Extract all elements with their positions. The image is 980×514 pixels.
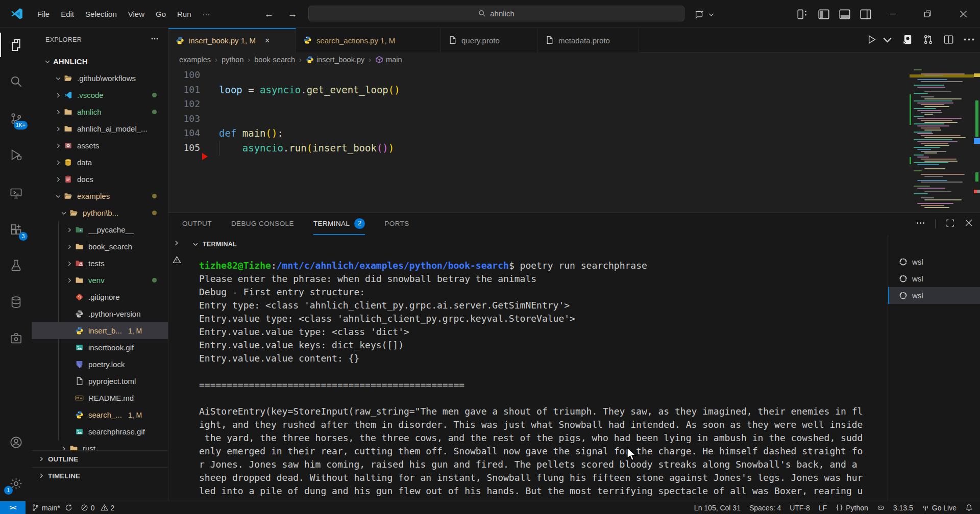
menu-item-view[interactable]: View <box>122 10 150 18</box>
close-panel-icon[interactable] <box>965 219 973 229</box>
forward-arrow-icon[interactable]: → <box>285 7 300 21</box>
chevron-right-icon[interactable] <box>55 175 64 184</box>
chevron-right-icon[interactable] <box>55 142 64 150</box>
pull-request-icon[interactable] <box>922 34 934 47</box>
editor-tab-metadata-proto[interactable]: metadata.proto <box>538 28 639 53</box>
tree-item-docs[interactable]: docs <box>32 171 168 188</box>
terminal-session-wsl[interactable]: wsl <box>888 287 980 304</box>
status-indentation[interactable]: Spaces: 4 <box>749 504 781 512</box>
terminal-session-wsl[interactable]: wsl <box>888 270 980 287</box>
tree-item--pycache-[interactable]: __pycache__ <box>32 221 168 238</box>
restore-button[interactable] <box>916 0 939 28</box>
status-copilot[interactable] <box>877 504 885 511</box>
tree-item--vscode[interactable]: .vscode <box>32 87 168 104</box>
tree-item-tests[interactable]: tests <box>32 255 168 272</box>
status-cursor-position[interactable]: Ln 105, Col 31 <box>694 504 741 512</box>
status-encoding[interactable]: UTF-8 <box>790 504 810 512</box>
menu-item-run[interactable]: Run <box>172 10 197 18</box>
editor-tab-query-proto[interactable]: query.proto <box>441 28 538 53</box>
chevron-right-icon[interactable] <box>66 226 75 234</box>
code-editor[interactable]: 100101loop = asyncio.get_event_loop()102… <box>168 66 980 212</box>
activity-run-debug-icon[interactable] <box>0 142 32 167</box>
chevron-right-icon[interactable] <box>55 91 64 99</box>
menu-item-edit[interactable]: Edit <box>55 10 80 18</box>
sidebar-more-actions-icon[interactable] <box>151 35 159 45</box>
status-eol[interactable]: LF <box>819 504 827 512</box>
outline-section[interactable]: OUTLINE <box>32 450 168 467</box>
status-go-live[interactable]: Go Live <box>922 504 957 512</box>
tree-item-assets[interactable]: assets <box>32 137 168 154</box>
toggle-panel-icon[interactable] <box>838 8 851 21</box>
menu-item-go[interactable]: Go <box>150 10 172 18</box>
chevron-right-icon[interactable] <box>55 108 64 116</box>
chevron-right-icon[interactable] <box>55 125 64 133</box>
tree-item-venv[interactable]: venv <box>32 272 168 289</box>
chevron-down-icon[interactable] <box>55 74 64 83</box>
tree-item-search-[interactable]: search_...1, M <box>32 406 168 423</box>
panel-tab-output[interactable]: OUTPUT <box>182 213 212 235</box>
copilot-icon[interactable] <box>693 8 706 21</box>
split-editor-icon[interactable] <box>943 34 954 47</box>
back-arrow-icon[interactable]: ← <box>262 7 276 21</box>
tree-item-data[interactable]: data <box>32 154 168 171</box>
run-button[interactable] <box>866 34 877 47</box>
activity-database-icon[interactable] <box>0 290 32 314</box>
status-notifications[interactable] <box>965 504 973 511</box>
terminal-session-wsl[interactable]: wsl <box>888 253 980 270</box>
breadcrumb-book-search[interactable]: book-search <box>254 56 295 64</box>
more-actions-icon[interactable] <box>963 34 975 47</box>
menu-item-file[interactable]: File <box>32 10 55 18</box>
chevron-down-icon[interactable] <box>44 58 53 66</box>
panel-tab-ports[interactable]: PORTS <box>384 213 409 235</box>
chevron-right-icon[interactable] <box>55 159 64 167</box>
menu-item-selection[interactable]: Selection <box>80 10 122 18</box>
tree-item-readme-md[interactable]: README.md <box>32 390 168 406</box>
activity-remote-explorer-icon[interactable] <box>0 181 32 205</box>
toggle-secondary-sidebar-icon[interactable] <box>859 8 872 21</box>
tree-item--github-workflows[interactable]: .github\workflows <box>32 70 168 87</box>
breadcrumb-examples[interactable]: examples <box>179 56 211 64</box>
close-button[interactable] <box>951 0 975 28</box>
problems-status[interactable]: 0 2 <box>81 504 115 512</box>
activity-testing-icon[interactable] <box>0 253 32 277</box>
tree-item-insertbook-gif[interactable]: insertbook.gif <box>32 339 168 356</box>
remote-indicator[interactable]: >< <box>0 501 26 514</box>
toggle-sidebar-icon[interactable] <box>817 8 830 21</box>
tree-item--gitignore[interactable]: .gitignore <box>32 289 168 305</box>
terminal-nav-chevron-icon[interactable] <box>173 239 180 249</box>
customize-layout-icon[interactable] <box>796 8 810 21</box>
run-python-file-icon[interactable] <box>902 34 914 47</box>
activity-settings-gear-icon[interactable]: 1 <box>0 471 32 496</box>
editor-tab-search-actions-py[interactable]: search_actions.py 1, M <box>296 28 441 53</box>
tree-item-book-search[interactable]: book_search <box>32 238 168 255</box>
tree-item-searchphrase-gif[interactable]: searchphrase.gif <box>32 423 168 440</box>
copilot-chevron-icon[interactable] <box>707 8 715 21</box>
chevron-down-icon[interactable] <box>55 192 64 200</box>
tree-item-ahnlich[interactable]: ahnlich <box>32 104 168 120</box>
chevron-right-icon[interactable] <box>66 276 75 285</box>
tree-item-poetry-lock[interactable]: poetry.lock <box>32 356 168 373</box>
tree-item-examples[interactable]: examples <box>32 188 168 204</box>
panel-tab-debug-console[interactable]: DEBUG CONSOLE <box>231 213 294 235</box>
tree-item-ahnlich[interactable]: AHNLICH <box>32 53 168 70</box>
git-branch-status[interactable]: main* <box>32 504 72 512</box>
panel-tab-terminal[interactable]: TERMINAL2 <box>313 213 365 235</box>
command-center-search[interactable]: ahnlich <box>308 6 684 21</box>
tree-item-insert-b-[interactable]: insert_b...1, M <box>32 322 168 339</box>
terminal-section-header[interactable]: TERMINAL <box>192 235 237 253</box>
tree-item-ahnlich-ai-model-[interactable]: ahnlich_ai_model_... <box>32 120 168 137</box>
terminal-output[interactable]: tizhe82@Tizhe:/mnt/c/ahnlich/examples/py… <box>199 259 883 501</box>
breadcrumb-insert-book-py[interactable]: insert_book.py <box>306 56 364 64</box>
activity-source-control-icon[interactable]: 1K+ <box>0 106 32 131</box>
chevron-right-icon[interactable] <box>66 243 75 251</box>
run-dropdown-chevron-icon[interactable] <box>881 34 893 47</box>
menu-item-[interactable]: ··· <box>197 10 216 18</box>
breadcrumb-main[interactable]: main <box>375 56 402 64</box>
activity-tools-icon[interactable] <box>0 326 32 351</box>
minimize-button[interactable] <box>881 0 904 28</box>
chevron-down-icon[interactable] <box>60 209 69 217</box>
activity-extensions-icon[interactable]: 3 <box>0 217 32 242</box>
status-language[interactable]: Python <box>836 504 868 512</box>
tree-item-python-b-[interactable]: python\b... <box>32 204 168 221</box>
activity-search-icon[interactable] <box>0 69 32 93</box>
